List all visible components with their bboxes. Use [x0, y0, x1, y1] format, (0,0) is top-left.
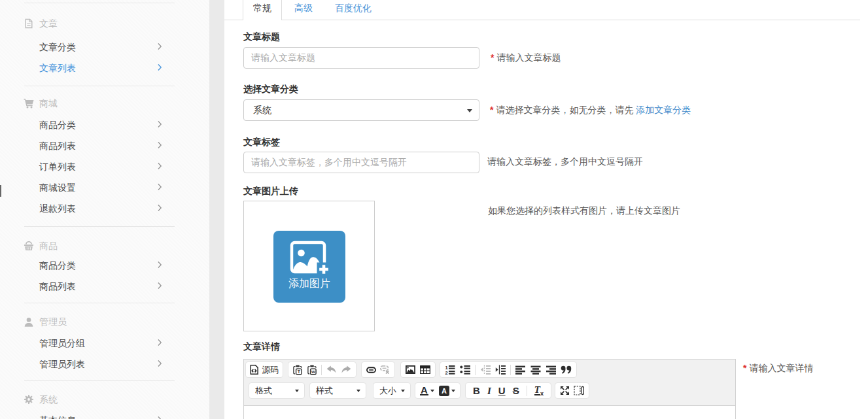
svg-text:T: T	[298, 369, 301, 374]
svg-text:W: W	[311, 369, 315, 374]
svg-text:2: 2	[445, 370, 448, 375]
